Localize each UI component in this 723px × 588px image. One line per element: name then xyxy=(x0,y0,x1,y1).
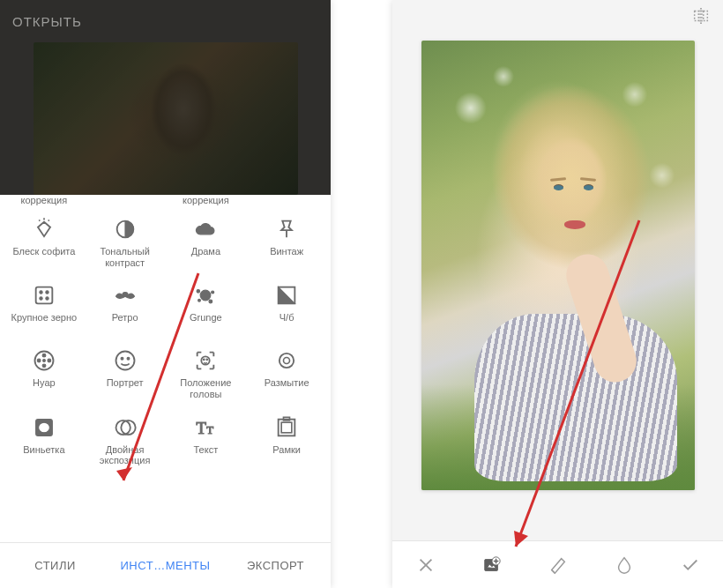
splatter-icon xyxy=(192,282,219,309)
svg-point-14 xyxy=(212,291,214,294)
left-screen: ОТКРЫТЬ коррекция коррекция Блеск софита… xyxy=(0,0,331,588)
svg-point-8 xyxy=(40,291,42,294)
tool-drama[interactable]: Драма xyxy=(166,214,247,270)
tool-label: Grunge xyxy=(190,312,222,333)
opacity-button[interactable] xyxy=(607,547,642,583)
tool-label: Винтаж xyxy=(270,246,303,267)
tool-label: Портрет xyxy=(107,377,144,398)
svg-point-16 xyxy=(198,300,201,302)
mustache-icon xyxy=(112,282,138,309)
svg-rect-39 xyxy=(281,422,292,433)
tools-partial-row: коррекция коррекция xyxy=(0,195,331,211)
tool-label: Рамки xyxy=(272,444,301,465)
dimmed-header: ОТКРЫТЬ xyxy=(0,0,331,195)
tool-label: Блеск софита xyxy=(12,246,75,267)
tool-noir[interactable]: Нуар xyxy=(4,346,85,401)
svg-text:T: T xyxy=(197,419,207,437)
film-reel-icon xyxy=(31,347,57,374)
dice-icon xyxy=(31,282,57,309)
edited-photo xyxy=(421,41,695,490)
tool-glamour-glow[interactable]: Блеск софита xyxy=(4,214,85,270)
pin-icon xyxy=(273,216,300,242)
tool-text[interactable]: TT Текст xyxy=(166,413,247,468)
add-image-button[interactable] xyxy=(474,547,510,583)
tool-label: Крупное зерно xyxy=(11,312,78,333)
tool-label: Ч/б xyxy=(280,312,294,333)
svg-point-12 xyxy=(201,290,212,301)
cloud-icon xyxy=(192,216,219,242)
tool-lens-blur[interactable]: Размытие xyxy=(246,346,327,401)
tool-label: Тональный контраст xyxy=(88,246,162,268)
tool-label: Размытие xyxy=(265,377,309,398)
tool-label: Виньетка xyxy=(23,444,64,465)
blend-mode-button[interactable] xyxy=(540,547,576,583)
partial-label xyxy=(88,195,162,205)
svg-point-26 xyxy=(127,358,130,361)
open-button[interactable]: ОТКРЫТЬ xyxy=(12,14,287,29)
right-screen xyxy=(392,0,723,588)
svg-point-25 xyxy=(121,358,123,361)
tool-head-pose[interactable]: Положение головы xyxy=(166,346,247,401)
tool-double-exposure[interactable]: Двойная экспозиция xyxy=(85,413,166,468)
tool-label: Двойная экспозиция xyxy=(88,444,162,466)
svg-point-9 xyxy=(46,291,48,294)
vignette-square-icon xyxy=(31,414,57,441)
svg-point-28 xyxy=(204,359,205,361)
tool-portrait[interactable]: Портрет xyxy=(85,346,166,401)
top-bar: ОТКРЫТЬ xyxy=(0,0,331,42)
svg-point-31 xyxy=(284,358,290,364)
svg-point-15 xyxy=(209,300,212,303)
tool-bw[interactable]: Ч/б xyxy=(246,280,327,335)
partial-label: коррекция xyxy=(168,195,242,205)
svg-point-29 xyxy=(206,359,208,361)
svg-rect-7 xyxy=(36,287,53,304)
double-exposure-toolbar xyxy=(392,540,723,588)
diamond-glow-icon xyxy=(31,216,57,242)
tab-tools[interactable]: ИНСТ…МЕНТЫ xyxy=(110,543,220,588)
apply-button[interactable] xyxy=(673,547,708,583)
tool-label: Положение головы xyxy=(168,377,242,399)
svg-point-22 xyxy=(48,359,51,362)
text-tt-icon: TT xyxy=(192,414,219,441)
tool-vintage[interactable]: Винтаж xyxy=(246,214,327,270)
tool-label: Нуар xyxy=(33,377,56,398)
tools-panel: коррекция коррекция Блеск софита Тональн… xyxy=(0,195,331,542)
partial-label: коррекция xyxy=(7,195,81,205)
bottom-tabs: СТИЛИ ИНСТ…МЕНТЫ ЭКСПОРТ xyxy=(0,542,331,588)
svg-point-13 xyxy=(197,290,200,294)
right-top-bar xyxy=(392,0,723,35)
tool-retrolux[interactable]: Ретро xyxy=(85,280,166,335)
svg-point-30 xyxy=(280,354,294,368)
close-button[interactable] xyxy=(408,547,443,583)
tool-label: Ретро xyxy=(112,312,138,333)
blur-circle-icon xyxy=(273,347,300,374)
tab-styles[interactable]: СТИЛИ xyxy=(0,543,110,588)
tool-grunge[interactable]: Grunge xyxy=(166,280,247,335)
svg-point-10 xyxy=(40,297,42,300)
tool-label: Текст xyxy=(194,444,219,465)
svg-point-11 xyxy=(46,297,48,300)
tab-export[interactable]: ЭКСПОРТ xyxy=(220,543,331,588)
smiley-icon xyxy=(112,347,138,374)
tool-vignette[interactable]: Виньетка xyxy=(4,413,85,468)
svg-point-23 xyxy=(42,360,45,362)
svg-point-20 xyxy=(42,364,46,368)
half-circle-icon xyxy=(112,216,138,242)
tool-frames[interactable]: Рамки xyxy=(246,413,327,468)
photo-canvas[interactable] xyxy=(392,35,723,540)
tool-tonal-contrast[interactable]: Тональный контраст xyxy=(85,214,166,270)
bw-square-icon xyxy=(273,282,300,309)
svg-point-33 xyxy=(38,422,49,433)
tool-label: Драма xyxy=(191,246,220,267)
frame-icon xyxy=(273,414,300,441)
partial-label xyxy=(250,195,324,205)
svg-point-21 xyxy=(37,359,41,362)
tool-grainy-film[interactable]: Крупное зерно xyxy=(4,280,85,335)
face-scan-icon xyxy=(192,347,219,374)
svg-text:T: T xyxy=(207,424,214,436)
double-circle-icon xyxy=(112,414,138,441)
compare-icon[interactable] xyxy=(691,6,711,29)
svg-point-24 xyxy=(116,352,134,370)
dimmed-photo-preview xyxy=(34,42,298,195)
svg-point-19 xyxy=(42,354,46,358)
